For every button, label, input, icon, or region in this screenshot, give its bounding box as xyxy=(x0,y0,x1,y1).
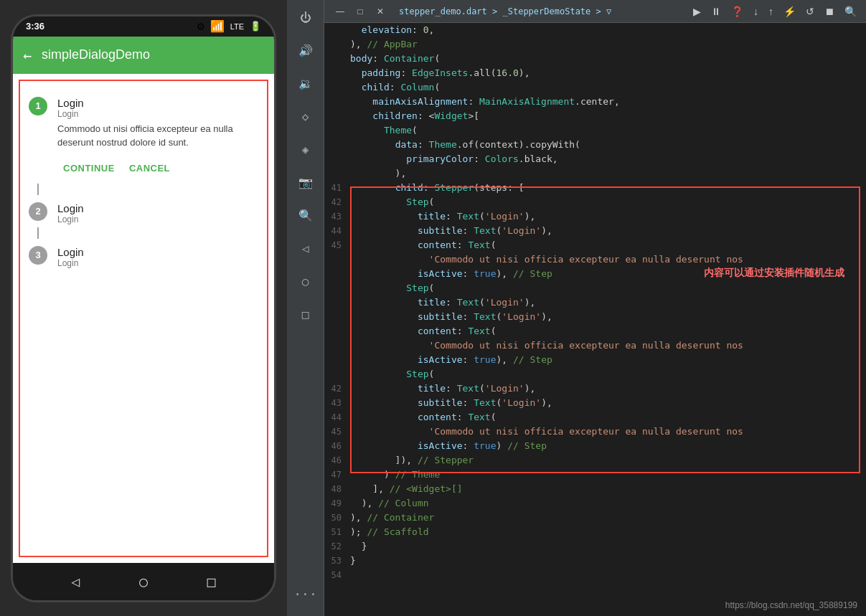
gear-icon: ⚙ xyxy=(197,19,204,33)
line-content: Theme( xyxy=(350,123,866,138)
step-3: 3 Login Login xyxy=(29,239,258,271)
line-number: 54 xyxy=(324,568,350,582)
line-content: mainAxisAlignment: MainAxisAlignment.cen… xyxy=(350,95,866,109)
diamond-icon[interactable]: ◇ xyxy=(293,106,319,126)
line-number: 48 xyxy=(324,482,350,496)
more-icon[interactable]: ··· xyxy=(293,587,317,602)
line-content: subtitle: Text('Login'), xyxy=(350,224,866,238)
lightning-button[interactable]: ⚡ xyxy=(780,4,799,19)
code-line: padding: EdgeInsets.all(16.0), xyxy=(324,66,866,80)
code-line: Step( xyxy=(324,367,866,382)
code-scroll[interactable]: elevation: 0,), // AppBarbody: Container… xyxy=(324,23,866,616)
lte-label: LTE xyxy=(230,22,244,31)
battery-icon: 🔋 xyxy=(250,21,261,32)
step-1: 1 Login Login Commodo ut nisi officia ex… xyxy=(29,90,258,184)
nav-home-button[interactable]: ○ xyxy=(139,573,148,590)
code-line: 48 ], // <Widget>[] xyxy=(324,482,866,496)
undo-icon[interactable]: ◁ xyxy=(293,238,319,258)
code-line: Theme( xyxy=(324,123,866,138)
line-number: 44 xyxy=(324,410,350,425)
restart-button[interactable]: ↺ xyxy=(802,4,818,19)
file-breadcrumb: stepper_demo.dart > _StepperDemoState > … xyxy=(393,6,687,16)
line-number: 42 xyxy=(324,195,350,209)
line-content: subtitle: Text('Login'), xyxy=(350,396,866,410)
code-line: 'Commodo ut nisi officia excepteur ea nu… xyxy=(324,338,866,353)
line-number: 53 xyxy=(324,554,350,568)
step-over-button[interactable]: ↓ xyxy=(750,4,762,19)
line-content: subtitle: Text('Login'), xyxy=(350,310,866,324)
line-content: primaryColor: Colors.black, xyxy=(350,152,866,166)
line-content: child: Stepper(steps: [ xyxy=(350,181,866,195)
power-icon[interactable]: ⏻ xyxy=(293,7,319,27)
code-line: 46 isActive: true) // Step xyxy=(324,439,866,453)
run-button[interactable]: ▶ xyxy=(689,4,705,19)
line-number: 41 xyxy=(324,181,350,195)
code-line: 41 child: Stepper(steps: [ xyxy=(324,181,866,195)
code-line: 'Commodo ut nisi officia excepteur ea nu… xyxy=(324,252,866,267)
step-3-title: Login xyxy=(57,246,84,258)
stop-button[interactable]: ⏹ xyxy=(821,4,838,19)
search-icon-btn[interactable]: 🔍 xyxy=(841,4,860,19)
phone-frame: 3:36 ⚙ 📶 LTE 🔋 ← simpleDialogDemo 1 xyxy=(11,14,276,602)
code-line: 45 content: Text( xyxy=(324,238,866,252)
code-line: 44 subtitle: Text('Login'), xyxy=(324,224,866,238)
line-number: 43 xyxy=(324,209,350,224)
step-2-subtitle: Login xyxy=(57,214,84,224)
line-content: padding: EdgeInsets.all(16.0), xyxy=(350,66,866,80)
line-content: children: <Widget>[ xyxy=(350,109,866,123)
code-line: 46 ]), // Stepper xyxy=(324,453,866,468)
line-content: ), // AppBar xyxy=(350,37,866,52)
volume-high-icon[interactable]: 🔊 xyxy=(293,40,319,60)
line-content: content: Text( xyxy=(350,324,866,338)
continue-button[interactable]: CONTINUE xyxy=(57,158,121,178)
line-content: title: Text('Login'), xyxy=(350,209,866,224)
code-line: elevation: 0, xyxy=(324,23,866,37)
line-content: title: Text('Login'), xyxy=(350,295,866,310)
line-number: 46 xyxy=(324,439,350,453)
app-bar: ← simpleDialogDemo xyxy=(13,37,274,74)
code-line: 52 } xyxy=(324,539,866,554)
help-button[interactable]: ❓ xyxy=(728,4,747,19)
line-content: child: Column( xyxy=(350,80,866,95)
highlight-note: 内容可以通过安装插件随机生成 xyxy=(704,267,844,280)
zoom-icon[interactable]: 🔍 xyxy=(293,205,319,225)
code-line: 45 'Commodo ut nisi officia excepteur ea… xyxy=(324,425,866,439)
step-into-button[interactable]: ↑ xyxy=(765,4,777,19)
step-3-labels: Login Login xyxy=(57,246,84,268)
step-1-circle: 1 xyxy=(29,97,47,115)
code-line: body: Container( xyxy=(324,52,866,66)
maximize-button[interactable]: □ xyxy=(350,4,370,19)
cancel-button[interactable]: CANCEL xyxy=(123,158,176,178)
line-content: elevation: 0, xyxy=(350,23,866,37)
nav-back-button[interactable]: ◁ xyxy=(71,573,80,590)
eraser-icon[interactable]: ◈ xyxy=(293,139,319,159)
code-line: child: Column( xyxy=(324,80,866,95)
code-line: Step( xyxy=(324,281,866,295)
step-2-title: Login xyxy=(57,202,84,214)
minimize-button[interactable]: — xyxy=(330,4,350,19)
code-line: 54 xyxy=(324,568,866,582)
line-content: ), xyxy=(350,166,866,181)
step-1-content: Commodo ut nisi officia excepteur ea nul… xyxy=(57,122,258,184)
rect-icon[interactable]: □ xyxy=(293,304,319,324)
step-3-subtitle: Login xyxy=(57,258,84,268)
bottom-url: https://blog.csdn.net/qq_35889199 xyxy=(725,600,857,610)
step-connector-2 xyxy=(37,227,39,239)
step-1-body: Commodo ut nisi officia excepteur ea nul… xyxy=(57,122,258,150)
phone-status-icons: ⚙ 📶 LTE 🔋 xyxy=(197,19,261,33)
line-number: 47 xyxy=(324,468,350,482)
code-line: 42 title: Text('Login'), xyxy=(324,382,866,396)
step-1-subtitle: Login xyxy=(57,109,84,119)
step-2: 2 Login Login xyxy=(29,195,258,227)
camera-icon[interactable]: 📷 xyxy=(293,172,319,192)
pause-button[interactable]: ⏸ xyxy=(707,4,725,19)
close-button[interactable]: ✕ xyxy=(370,4,390,19)
back-button[interactable]: ← xyxy=(23,47,32,64)
nav-recents-button[interactable]: □ xyxy=(207,573,216,590)
step-1-actions: CONTINUE CANCEL xyxy=(57,158,258,178)
circle-icon[interactable]: ○ xyxy=(293,271,319,291)
step-3-header: 3 Login Login xyxy=(29,239,258,271)
volume-low-icon[interactable]: 🔉 xyxy=(293,73,319,93)
ide-sidebar: ⏻ 🔊 🔉 ◇ ◈ 📷 🔍 ◁ ○ □ ··· xyxy=(287,0,324,616)
line-number: 52 xyxy=(324,539,350,554)
